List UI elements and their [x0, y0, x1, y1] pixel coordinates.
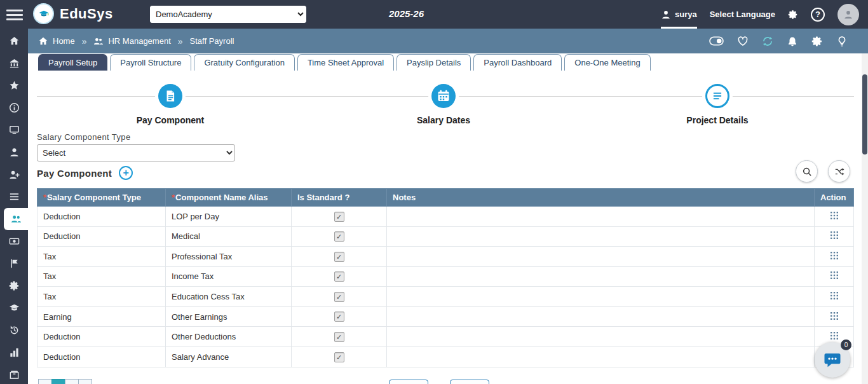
chat-unread-badge: 0	[841, 339, 851, 350]
salary-component-type-select[interactable]: Select	[37, 144, 235, 161]
pager-first-button[interactable]	[38, 379, 52, 384]
table-tools	[796, 160, 850, 182]
pager-next-button[interactable]	[65, 379, 79, 384]
is-standard-checkbox[interactable]: ✓	[334, 292, 344, 302]
graduation-icon	[9, 303, 20, 313]
header-component-alias: *Component Name Alias	[166, 189, 292, 207]
row-drag-grid-icon[interactable]	[831, 252, 838, 259]
scrollbar-thumb[interactable]	[862, 74, 867, 154]
bank-icon	[9, 58, 20, 69]
users-icon	[93, 36, 104, 46]
sidebar-item-finance[interactable]	[0, 230, 28, 252]
bars-icon	[9, 347, 20, 358]
notifications-bell-icon[interactable]	[787, 36, 798, 47]
tab-one-one-meeting[interactable]: One-One Meeting	[564, 54, 650, 71]
flag-icon	[9, 258, 20, 269]
shuffle-icon	[834, 167, 844, 177]
top-bar: EduSys DemoAcademy 2025-26 surya Select …	[0, 0, 868, 29]
search-button[interactable]	[796, 160, 818, 182]
cell-is-standard: ✓	[292, 266, 387, 287]
chat-widget-button[interactable]: 0	[815, 342, 850, 378]
hamburger-menu-icon[interactable]	[6, 7, 23, 23]
table-row: TaxEducation Cess Tax✓	[37, 287, 854, 307]
sidebar-item-favorites[interactable]	[0, 74, 28, 97]
cell-component-type: Deduction	[37, 346, 166, 367]
tab-payroll-structure[interactable]: Payroll Structure	[110, 54, 191, 71]
breadcrumb-hr-management[interactable]: HR Management	[93, 36, 170, 46]
cell-component-alias: Other Deductions	[166, 327, 292, 347]
select-language-link[interactable]: Select Language	[710, 10, 775, 19]
help-icon[interactable]: ?	[811, 8, 825, 22]
shuffle-button[interactable]	[828, 160, 850, 182]
settings-gear-icon[interactable]	[788, 10, 798, 20]
sidebar-item-lists[interactable]	[0, 186, 28, 208]
breadcrumb-home[interactable]: Home	[38, 36, 75, 46]
table-header-row: *Salary Component Type *Component Name A…	[37, 189, 854, 207]
breadcrumb-bar: Home » HR Management » Staff Payroll	[28, 29, 868, 53]
sidebar-item-kiosk[interactable]	[0, 119, 28, 141]
sidebar-item-flags[interactable]	[0, 252, 28, 275]
row-drag-grid-icon[interactable]	[831, 332, 838, 339]
footer-button[interactable]	[389, 380, 428, 384]
step-project-details[interactable]: Project Details	[644, 72, 790, 125]
cell-action	[815, 266, 854, 287]
cell-component-type: Tax	[37, 266, 166, 287]
row-drag-grid-icon[interactable]	[831, 292, 838, 299]
tab-gratuity-configuration[interactable]: Gratuity Configuration	[194, 54, 294, 71]
sidebar-item-profile[interactable]	[0, 141, 28, 163]
row-drag-grid-icon[interactable]	[831, 212, 838, 219]
is-standard-checkbox[interactable]: ✓	[334, 312, 344, 322]
is-standard-checkbox[interactable]: ✓	[334, 231, 344, 242]
sidebar-item-history[interactable]	[0, 319, 28, 341]
sidebar-item-inventory[interactable]	[0, 364, 28, 384]
sidebar-item-home[interactable]	[0, 30, 28, 52]
tab-payroll-setup[interactable]: Payroll Setup	[38, 54, 107, 71]
list-icon	[705, 84, 729, 108]
tab-payslip-details[interactable]: Payslip Details	[397, 54, 471, 71]
pager-last-button[interactable]	[78, 379, 92, 384]
is-standard-checkbox[interactable]: ✓	[334, 252, 344, 262]
pager-current-page[interactable]	[51, 379, 65, 384]
user-menu[interactable]: surya	[661, 0, 697, 29]
sidebar-item-hr-management[interactable]	[4, 208, 28, 230]
idea-bulb-icon[interactable]	[836, 36, 848, 47]
pay-component-title: Pay Component	[37, 168, 112, 179]
is-standard-checkbox[interactable]: ✓	[334, 212, 344, 222]
step-pay-component[interactable]: Pay Component	[97, 72, 243, 125]
home-icon	[38, 36, 48, 46]
salary-component-type-label: Salary Component Type	[37, 132, 131, 142]
pagination	[38, 379, 92, 384]
sidebar-item-institution[interactable]	[0, 52, 28, 74]
table-row: TaxIncome Tax✓	[37, 266, 854, 287]
is-standard-checkbox[interactable]: ✓	[334, 332, 344, 342]
sidebar-item-about[interactable]	[0, 97, 28, 119]
app-logo: EduSys	[33, 3, 113, 24]
section-header: Pay Component +	[37, 166, 133, 180]
sidebar-item-academics[interactable]	[0, 297, 28, 319]
refresh-icon[interactable]	[762, 36, 773, 47]
step-salary-dates[interactable]: Salary Dates	[370, 72, 517, 125]
avatar[interactable]	[837, 4, 859, 25]
sidebar-item-settings[interactable]	[0, 275, 28, 297]
academy-select[interactable]: DemoAcademy	[150, 6, 306, 23]
row-drag-grid-icon[interactable]	[831, 312, 838, 320]
add-pay-component-button[interactable]: +	[119, 166, 133, 180]
page-settings-gear-icon[interactable]	[811, 36, 823, 47]
tab-payroll-dashboard[interactable]: Payroll Dashboard	[473, 54, 562, 71]
cell-notes	[387, 266, 815, 287]
table-row: EarningOther Earnings✓	[37, 306, 854, 327]
vertical-scrollbar[interactable]	[862, 53, 868, 384]
sidebar-item-analytics[interactable]	[0, 341, 28, 364]
row-drag-grid-icon[interactable]	[831, 231, 838, 239]
is-standard-checkbox[interactable]: ✓	[334, 271, 344, 282]
tab-time-sheet-approval[interactable]: Time Sheet Approval	[297, 54, 394, 71]
favorite-heart-icon[interactable]	[737, 36, 749, 47]
theme-toggle-icon[interactable]	[709, 36, 724, 46]
breadcrumb-separator: »	[178, 36, 183, 46]
sidebar-item-admissions[interactable]	[0, 163, 28, 186]
footer-button[interactable]	[450, 380, 489, 384]
pay-component-table: *Salary Component Type *Component Name A…	[37, 188, 854, 367]
row-drag-grid-icon[interactable]	[831, 271, 838, 279]
is-standard-checkbox[interactable]: ✓	[334, 352, 344, 362]
cell-notes	[387, 247, 815, 267]
